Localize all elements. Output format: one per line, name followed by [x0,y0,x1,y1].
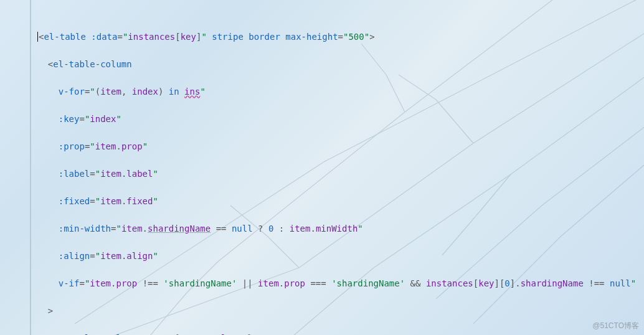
code-editor[interactable]: <el-table :data="instances[key]" stripe … [0,0,644,335]
code-line: :fixed="item.fixed" [37,194,644,208]
code-line: v-for="(item, index) in ins" [37,85,644,98]
watermark: @51CTO博客 [592,319,639,333]
code-line: :label="item.label" [37,167,644,181]
code-line: :align="item.align" [37,249,644,263]
gutter-line [30,0,31,335]
code-line: > [37,304,644,318]
code-line: <template slot-scope="{ row, column }"> [37,331,644,335]
code-line: <el-table :data="instances[key]" stripe … [37,30,644,44]
code-line: v-if="item.prop !== 'shardingName' || it… [37,276,644,290]
code-line: :key="index" [37,112,644,126]
code-line: <el-table-column [37,57,644,71]
code-line: :min-width="item.shardingName == null ? … [37,222,644,235]
code-line: :prop="item.prop" [37,139,644,153]
